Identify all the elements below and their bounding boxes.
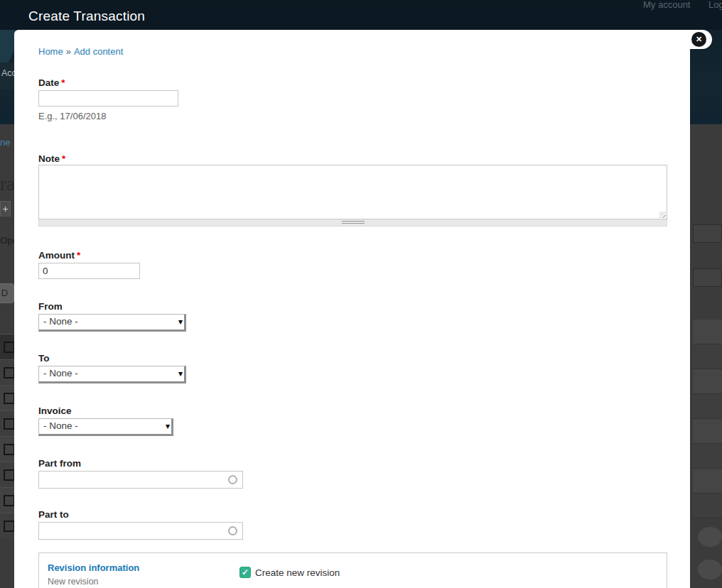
from-select[interactable]: - None - ▾ bbox=[38, 314, 186, 332]
background-add-tab-fragment: + bbox=[0, 201, 11, 217]
required-marker: * bbox=[61, 77, 65, 88]
background-title-fragment: ra bbox=[0, 173, 15, 195]
to-label: To bbox=[38, 353, 50, 364]
revision-tab-summary: New revision bbox=[48, 577, 139, 587]
part-to-field bbox=[38, 522, 243, 540]
note-textarea[interactable] bbox=[38, 165, 667, 219]
invoice-select[interactable]: - None - ▾ bbox=[38, 418, 173, 436]
date-format-hint: E.g., 17/06/2018 bbox=[38, 111, 106, 121]
chevron-down-icon: ▾ bbox=[178, 316, 183, 327]
table-row bbox=[0, 385, 14, 410]
background-table-right bbox=[693, 320, 722, 518]
chevron-down-icon: ▾ bbox=[166, 420, 170, 432]
create-transaction-modal: Home»Add content Date* E.g., 17/06/2018 … bbox=[14, 30, 690, 588]
from-select-value: - None - bbox=[43, 316, 78, 327]
background-input-fragment bbox=[693, 268, 722, 287]
chevron-down-icon: ▾ bbox=[178, 368, 183, 379]
vertical-tab-revision-information[interactable]: Revision information New revision bbox=[48, 561, 139, 587]
page-title: Create Transaction bbox=[28, 9, 145, 24]
from-label: From bbox=[38, 301, 63, 312]
table-row bbox=[0, 462, 14, 487]
background-button-fragment: D bbox=[0, 283, 14, 303]
create-new-revision-checkbox[interactable]: ✓ bbox=[239, 567, 251, 578]
background-breadcrumb-fragment: ne bbox=[0, 137, 10, 148]
autocomplete-throbber-icon bbox=[228, 475, 237, 484]
table-row bbox=[693, 369, 722, 394]
required-marker: * bbox=[62, 153, 65, 164]
table-row bbox=[0, 410, 14, 436]
to-select[interactable]: - None - ▾ bbox=[38, 366, 186, 383]
breadcrumb-home-link[interactable]: Home bbox=[38, 46, 63, 57]
textarea-grippie-handle[interactable] bbox=[38, 219, 667, 227]
table-row bbox=[0, 334, 14, 359]
resize-handle-icon bbox=[659, 212, 666, 218]
part-from-input[interactable] bbox=[39, 472, 230, 488]
overlay-title-bar: My account Log Create Transaction bbox=[0, 0, 722, 30]
table-row bbox=[0, 359, 14, 385]
table-row bbox=[0, 513, 14, 538]
to-select-value: - None - bbox=[43, 368, 78, 379]
my-account-link[interactable]: My account bbox=[643, 0, 690, 10]
invoice-select-value: - None - bbox=[43, 420, 78, 431]
table-row bbox=[693, 419, 722, 444]
log-out-link[interactable]: Log bbox=[708, 0, 722, 10]
background-table-left bbox=[0, 334, 14, 538]
breadcrumb-add-content-link[interactable]: Add content bbox=[74, 46, 123, 57]
date-input[interactable] bbox=[38, 90, 178, 107]
table-row bbox=[693, 444, 722, 469]
modal-close-tab: ✕ bbox=[661, 30, 712, 49]
amount-label: Amount* bbox=[38, 250, 80, 261]
table-row bbox=[0, 487, 14, 513]
table-row bbox=[0, 436, 14, 462]
background-button-pill bbox=[698, 560, 722, 579]
close-icon[interactable]: ✕ bbox=[691, 32, 706, 47]
part-from-label: Part from bbox=[38, 458, 81, 469]
invoice-label: Invoice bbox=[38, 405, 72, 416]
amount-input[interactable] bbox=[38, 263, 140, 279]
required-marker: * bbox=[77, 250, 80, 261]
revision-fieldset: Revision information New revision ✓ Crea… bbox=[38, 552, 667, 588]
part-to-input[interactable] bbox=[39, 523, 230, 539]
breadcrumb: Home»Add content bbox=[38, 46, 123, 57]
table-row bbox=[693, 394, 722, 419]
part-from-field bbox=[38, 471, 243, 489]
background-button-pill bbox=[698, 527, 722, 547]
background-input-fragment bbox=[693, 224, 722, 243]
note-label: Note* bbox=[38, 153, 65, 164]
table-row bbox=[693, 494, 722, 518]
autocomplete-throbber-icon bbox=[228, 526, 237, 535]
breadcrumb-separator: » bbox=[66, 46, 71, 57]
part-to-label: Part to bbox=[38, 509, 69, 520]
revision-tab-link[interactable]: Revision information bbox=[48, 562, 139, 573]
table-row bbox=[693, 469, 722, 494]
date-label: Date* bbox=[38, 77, 65, 88]
create-new-revision-label[interactable]: Create new revision bbox=[255, 567, 340, 578]
table-row bbox=[693, 344, 722, 369]
table-row bbox=[693, 320, 722, 344]
